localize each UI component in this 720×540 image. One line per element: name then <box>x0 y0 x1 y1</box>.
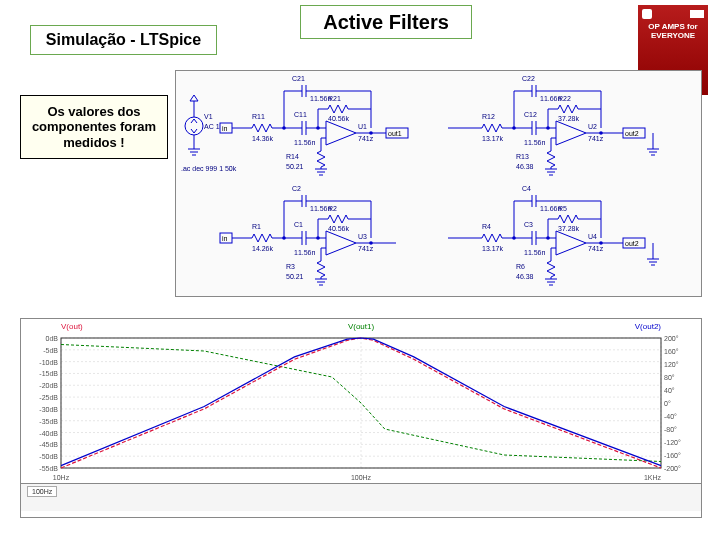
legend-vout: V(out) <box>21 322 261 331</box>
book-title: OP AMPS for EVERYONE <box>642 23 704 41</box>
spice-directive: .ac dec 999 1 50k <box>181 165 237 172</box>
svg-text:10Hz: 10Hz <box>53 474 70 481</box>
svg-text:741z: 741z <box>358 245 374 252</box>
port-in-bottom: in <box>222 235 228 242</box>
svg-text:50.21: 50.21 <box>286 273 304 280</box>
port-out2-top: out2 <box>625 130 639 137</box>
svg-marker-31 <box>326 121 356 145</box>
svg-text:R3: R3 <box>286 263 295 270</box>
schematic-stage-2b: R4 13.17k C3 11.56n C4 <box>438 181 686 289</box>
svg-text:40°: 40° <box>664 387 675 394</box>
legend-vout2: V(out2) <box>461 322 701 331</box>
svg-text:R6: R6 <box>516 263 525 270</box>
schematic-stage-1b: R12 13.17k C12 11.56n C22 <box>438 71 686 179</box>
svg-text:R11: R11 <box>252 113 265 120</box>
svg-text:-40°: -40° <box>664 413 677 420</box>
svg-text:37.28k: 37.28k <box>558 225 580 232</box>
svg-text:C4: C4 <box>522 185 531 192</box>
svg-text:R13: R13 <box>516 153 529 160</box>
svg-text:-120°: -120° <box>664 439 681 446</box>
bode-svg: 0dB-5dB-10dB-15dB-20dB-25dB-30dB-35dB-40… <box>21 333 701 483</box>
svg-text:14.36k: 14.36k <box>252 135 274 142</box>
svg-text:C12: C12 <box>524 111 537 118</box>
svg-text:U4: U4 <box>588 233 597 240</box>
svg-text:-25dB: -25dB <box>39 394 58 401</box>
svg-text:-200°: -200° <box>664 465 681 472</box>
bode-plot: V(out) V(out1) V(out2) 0dB-5dB-10dB-15dB… <box>20 318 702 518</box>
svg-text:46.38: 46.38 <box>516 273 534 280</box>
svg-text:-5dB: -5dB <box>43 347 58 354</box>
svg-text:40.56k: 40.56k <box>328 115 350 122</box>
footer-seg: 100Hz <box>27 486 57 497</box>
schematic-stage-2a: in R1 14.26k C1 11.56n <box>176 181 424 289</box>
slide-subtitle: Simulação - LTSpice <box>30 25 217 55</box>
plot-status-bar: 100Hz <box>21 483 701 511</box>
svg-text:R1: R1 <box>252 223 261 230</box>
svg-text:C22: C22 <box>522 75 535 82</box>
svg-text:11.56n: 11.56n <box>524 249 546 256</box>
plot-legend: V(out) V(out1) V(out2) <box>21 319 701 333</box>
svg-text:160°: 160° <box>664 348 679 355</box>
book-logo <box>642 9 652 19</box>
legend-vout1: V(out1) <box>261 322 461 331</box>
stage-1a-group: R11 14.36k C11 11.56n <box>248 75 408 175</box>
svg-point-76 <box>599 131 603 135</box>
svg-point-114 <box>369 241 373 245</box>
svg-text:R2: R2 <box>328 205 337 212</box>
svg-text:U1: U1 <box>358 123 367 130</box>
svg-text:-80°: -80° <box>664 426 677 433</box>
svg-point-149 <box>599 241 603 245</box>
svg-text:37.28k: 37.28k <box>558 115 580 122</box>
svg-text:0°: 0° <box>664 400 671 407</box>
svg-text:-55dB: -55dB <box>39 465 58 472</box>
svg-text:U3: U3 <box>358 233 367 240</box>
svg-text:U2: U2 <box>588 123 597 130</box>
svg-text:C3: C3 <box>524 221 533 228</box>
svg-text:R14: R14 <box>286 153 299 160</box>
svg-text:40.56k: 40.56k <box>328 225 350 232</box>
port-out1: out1 <box>388 130 402 137</box>
ltspice-schematic: V1 AC 1 .ac dec 999 1 50k in R11 14.36k <box>175 70 702 297</box>
svg-text:-30dB: -30dB <box>39 406 58 413</box>
port-out2-bottom: out2 <box>625 240 639 247</box>
svg-text:11.56n: 11.56n <box>524 139 546 146</box>
svg-text:C2: C2 <box>292 185 301 192</box>
svg-text:120°: 120° <box>664 361 679 368</box>
svg-text:R4: R4 <box>482 223 491 230</box>
svg-text:C21: C21 <box>292 75 305 82</box>
port-in-top: in <box>222 125 228 132</box>
svg-text:200°: 200° <box>664 335 679 342</box>
svg-text:R22: R22 <box>558 95 571 102</box>
slide-title: Active Filters <box>300 5 472 39</box>
svg-text:C1: C1 <box>294 221 303 228</box>
svg-text:-20dB: -20dB <box>39 382 58 389</box>
svg-text:-40dB: -40dB <box>39 430 58 437</box>
svg-marker-105 <box>326 231 356 255</box>
svg-text:-10dB: -10dB <box>39 359 58 366</box>
svg-marker-67 <box>556 121 586 145</box>
svg-text:13.17k: 13.17k <box>482 245 504 252</box>
svg-text:R21: R21 <box>328 95 341 102</box>
svg-marker-140 <box>556 231 586 255</box>
svg-text:50.21: 50.21 <box>286 163 304 170</box>
svg-text:100Hz: 100Hz <box>351 474 372 481</box>
svg-marker-4 <box>190 95 198 101</box>
svg-text:-35dB: -35dB <box>39 418 58 425</box>
book-flag <box>690 10 704 18</box>
svg-text:R5: R5 <box>558 205 567 212</box>
svg-text:0dB: 0dB <box>46 335 59 342</box>
svg-text:11.56n: 11.56n <box>294 249 316 256</box>
svg-text:14.26k: 14.26k <box>252 245 274 252</box>
svg-text:80°: 80° <box>664 374 675 381</box>
svg-text:-160°: -160° <box>664 452 681 459</box>
svg-text:-45dB: -45dB <box>39 441 58 448</box>
svg-text:46.38: 46.38 <box>516 163 534 170</box>
svg-text:-15dB: -15dB <box>39 370 58 377</box>
svg-text:11.56n: 11.56n <box>294 139 316 146</box>
svg-text:R12: R12 <box>482 113 495 120</box>
svg-text:-50dB: -50dB <box>39 453 58 460</box>
svg-point-40 <box>369 131 373 135</box>
source-name: V1 <box>204 113 213 120</box>
svg-text:741z: 741z <box>358 135 374 142</box>
svg-text:13.17k: 13.17k <box>482 135 504 142</box>
